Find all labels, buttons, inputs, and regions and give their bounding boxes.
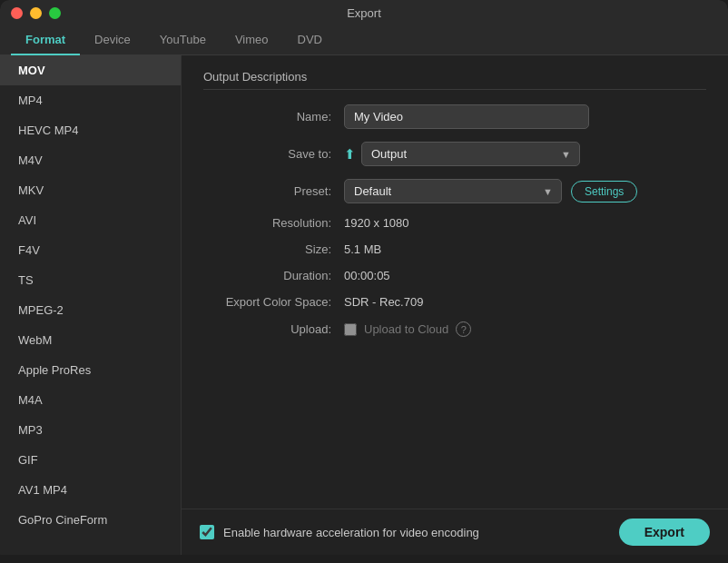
bottom-bar: Enable hardware acceleration for video e… — [182, 509, 728, 555]
sidebar-item-av1-mp4[interactable]: AV1 MP4 — [0, 475, 181, 505]
resolution-row: Resolution: 1920 x 1080 — [203, 216, 706, 230]
save-to-row: Save to: ⬆ Output ▼ — [203, 142, 706, 166]
color-space-label: Export Color Space: — [203, 295, 344, 309]
preset-row: Preset: Default ▼ Settings — [203, 179, 706, 203]
name-label: Name: — [203, 110, 344, 123]
resolution-value: 1920 x 1080 — [344, 216, 409, 230]
upload-label: Upload: — [203, 322, 344, 336]
tab-format[interactable]: Format — [11, 25, 80, 55]
upload-controls: Upload to Cloud ? — [344, 321, 471, 337]
close-button[interactable] — [11, 7, 23, 19]
sidebar-item-mp4[interactable]: MP4 — [0, 85, 181, 115]
sidebar-item-mov[interactable]: MOV — [0, 55, 181, 85]
sidebar-item-f4v[interactable]: F4V — [0, 235, 181, 265]
preset-wrapper: Default ▼ — [344, 179, 562, 203]
section-title: Output Descriptions — [203, 70, 706, 90]
sidebar-item-gif[interactable]: GIF — [0, 445, 181, 475]
sidebar-item-avi[interactable]: AVI — [0, 205, 181, 235]
tab-dvd[interactable]: DVD — [283, 25, 337, 55]
minimize-button[interactable] — [30, 7, 42, 19]
window-title: Export — [347, 6, 381, 20]
sidebar-item-gopro-cineform[interactable]: GoPro CineForm — [0, 505, 181, 535]
save-to-label: Save to: — [203, 147, 344, 161]
window-controls — [11, 7, 61, 19]
upload-cloud-checkbox[interactable] — [344, 323, 357, 336]
form-rows: Name: Save to: ⬆ Output ▼ — [203, 104, 706, 494]
tab-bar: Format Device YouTube Vimeo DVD — [0, 25, 728, 55]
sidebar-item-m4a[interactable]: M4A — [0, 385, 181, 415]
hw-accel-checkbox[interactable] — [200, 525, 214, 539]
save-to-control: ⬆ Output ▼ — [344, 142, 589, 166]
size-row: Size: 5.1 MB — [203, 242, 706, 256]
sidebar-item-webm[interactable]: WebM — [0, 325, 181, 355]
sidebar-item-hevc-mp4[interactable]: HEVC MP4 — [0, 115, 181, 145]
folder-icon: ⬆ — [344, 146, 356, 163]
sidebar-item-mkv[interactable]: MKV — [0, 175, 181, 205]
tab-device[interactable]: Device — [80, 25, 145, 55]
sidebar-item-ts[interactable]: TS — [0, 265, 181, 295]
duration-value: 00:00:05 — [344, 269, 390, 282]
tab-youtube[interactable]: YouTube — [145, 25, 221, 55]
preset-label: Preset: — [203, 184, 344, 198]
sidebar-item-apple-prores[interactable]: Apple ProRes — [0, 355, 181, 385]
export-button[interactable]: Export — [619, 519, 710, 546]
duration-label: Duration: — [203, 269, 344, 282]
preset-select[interactable]: Default — [344, 179, 562, 203]
name-input[interactable] — [344, 104, 589, 129]
color-space-row: Export Color Space: SDR - Rec.709 — [203, 295, 706, 309]
help-icon[interactable]: ? — [456, 321, 471, 337]
name-row: Name: — [203, 104, 706, 129]
sidebar-item-mp3[interactable]: MP3 — [0, 415, 181, 445]
size-value: 5.1 MB — [344, 242, 381, 256]
upload-cloud-label: Upload to Cloud — [364, 322, 448, 336]
settings-button[interactable]: Settings — [571, 181, 637, 202]
preset-controls: Default ▼ Settings — [344, 179, 637, 203]
sidebar-item-mpeg2[interactable]: MPEG-2 — [0, 295, 181, 325]
save-to-select[interactable]: Output — [361, 142, 580, 166]
size-label: Size: — [203, 242, 344, 256]
duration-row: Duration: 00:00:05 — [203, 269, 706, 282]
main-layout: MOV MP4 HEVC MP4 M4V MKV AVI F4V TS MPEG… — [0, 55, 728, 555]
hw-accel-label: Enable hardware acceleration for video e… — [223, 526, 610, 539]
maximize-button[interactable] — [49, 7, 61, 19]
name-input-wrapper — [344, 104, 589, 129]
tab-vimeo[interactable]: Vimeo — [221, 25, 283, 55]
sidebar-item-m4v[interactable]: M4V — [0, 145, 181, 175]
resolution-label: Resolution: — [203, 216, 344, 230]
content-panel: Output Descriptions Name: Save to: ⬆ — [182, 55, 728, 509]
format-sidebar: MOV MP4 HEVC MP4 M4V MKV AVI F4V TS MPEG… — [0, 55, 182, 555]
save-to-wrapper: ⬆ Output ▼ — [344, 142, 580, 166]
titlebar: Export — [0, 0, 728, 25]
upload-row: Upload: Upload to Cloud ? — [203, 321, 706, 337]
color-space-value: SDR - Rec.709 — [344, 295, 423, 309]
